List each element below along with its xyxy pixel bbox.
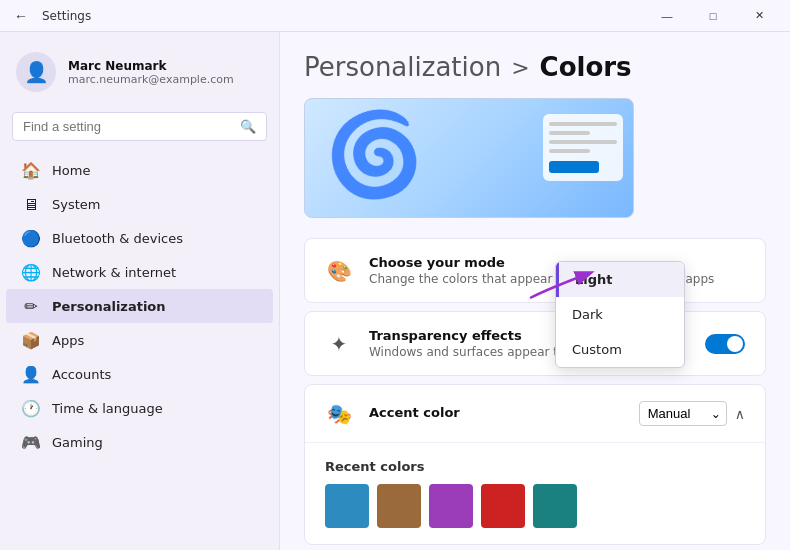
breadcrumb: Personalization > Colors <box>304 52 766 82</box>
accent-section: 🎭 Accent color Manual Automatic ∧ Recent… <box>304 384 766 545</box>
sidebar-item-label: Network & internet <box>52 265 176 280</box>
sidebar-item-bluetooth[interactable]: 🔵 Bluetooth & devices <box>6 221 273 255</box>
mock-line-2 <box>549 131 590 135</box>
sidebar-item-label: Bluetooth & devices <box>52 231 183 246</box>
sidebar-item-label: Time & language <box>52 401 163 416</box>
search-icon: 🔍 <box>240 119 256 134</box>
sidebar-item-label: System <box>52 197 100 212</box>
transparency-setting-card: ✦ Transparency effects Windows and surfa… <box>304 311 766 376</box>
titlebar-controls: — □ ✕ <box>644 0 782 32</box>
breadcrumb-separator: > <box>511 55 529 80</box>
color-swatches <box>325 484 745 528</box>
mock-line-1 <box>549 122 617 126</box>
transparency-icon: ✦ <box>325 332 353 356</box>
color-swatch-4[interactable] <box>533 484 577 528</box>
titlebar: ← Settings — □ ✕ <box>0 0 790 32</box>
minimize-button[interactable]: — <box>644 0 690 32</box>
preview-flower-decoration: 🌀 <box>312 98 438 217</box>
sidebar-item-label: Home <box>52 163 90 178</box>
accounts-icon: 👤 <box>22 365 40 383</box>
dropdown-item-light[interactable]: Light <box>556 262 684 297</box>
content-area: Personalization > Colors 🌀 🎨 Choose your… <box>280 32 790 550</box>
sidebar-item-label: Accounts <box>52 367 111 382</box>
user-name: Marc Neumark <box>68 59 234 73</box>
color-swatch-3[interactable] <box>481 484 525 528</box>
search-input[interactable] <box>23 119 232 134</box>
accent-title: Accent color <box>369 405 460 420</box>
sidebar-item-label: Gaming <box>52 435 103 450</box>
dropdown-item-custom[interactable]: Custom <box>556 332 684 367</box>
system-icon: 🖥 <box>22 195 40 213</box>
sidebar-item-gaming[interactable]: 🎮 Gaming <box>6 425 273 459</box>
network-icon: 🌐 <box>22 263 40 281</box>
transparency-toggle[interactable] <box>705 334 745 354</box>
mode-icon: 🎨 <box>325 259 353 283</box>
sidebar-item-apps[interactable]: 📦 Apps <box>6 323 273 357</box>
sidebar-item-network[interactable]: 🌐 Network & internet <box>6 255 273 289</box>
home-icon: 🏠 <box>22 161 40 179</box>
sidebar-item-accounts[interactable]: 👤 Accounts <box>6 357 273 391</box>
breadcrumb-parent: Personalization <box>304 52 501 82</box>
maximize-button[interactable]: □ <box>690 0 736 32</box>
accent-header: 🎭 Accent color Manual Automatic ∧ <box>305 385 765 443</box>
preview-image: 🌀 <box>304 98 634 218</box>
nav-list: 🏠 Home 🖥 System 🔵 Bluetooth & devices 🌐 … <box>0 153 279 459</box>
recent-colors-label: Recent colors <box>325 459 745 474</box>
mode-setting-card: 🎨 Choose your mode Change the colors tha… <box>304 238 766 303</box>
color-swatch-2[interactable] <box>429 484 473 528</box>
accent-collapse-icon[interactable]: ∧ <box>735 406 745 422</box>
accent-dropdown-wrapper[interactable]: Manual Automatic <box>639 401 727 426</box>
mock-button <box>549 161 599 173</box>
time-icon: 🕐 <box>22 399 40 417</box>
mock-line-3 <box>549 140 617 144</box>
accent-icon: 🎭 <box>325 402 353 426</box>
personalization-icon: ✏️ <box>22 297 40 315</box>
user-info: Marc Neumark marc.neumark@example.com <box>68 59 234 86</box>
accent-header-right: Manual Automatic ∧ <box>639 401 745 426</box>
sidebar: 👤 Marc Neumark marc.neumark@example.com … <box>0 32 280 550</box>
accent-dropdown[interactable]: Manual Automatic <box>639 401 727 426</box>
user-email: marc.neumark@example.com <box>68 73 234 86</box>
sidebar-item-personalization[interactable]: ✏️ Personalization <box>6 289 273 323</box>
gaming-icon: 🎮 <box>22 433 40 451</box>
dropdown-item-dark[interactable]: Dark <box>556 297 684 332</box>
breadcrumb-current: Colors <box>540 52 632 82</box>
sidebar-item-system[interactable]: 🖥 System <box>6 187 273 221</box>
avatar: 👤 <box>16 52 56 92</box>
sidebar-item-label: Apps <box>52 333 84 348</box>
back-button[interactable]: ← <box>8 4 34 28</box>
user-section: 👤 Marc Neumark marc.neumark@example.com <box>0 44 279 108</box>
close-button[interactable]: ✕ <box>736 0 782 32</box>
mock-line-4 <box>549 149 590 153</box>
sidebar-item-time[interactable]: 🕐 Time & language <box>6 391 273 425</box>
color-swatch-0[interactable] <box>325 484 369 528</box>
search-box[interactable]: 🔍 <box>12 112 267 141</box>
sidebar-item-home[interactable]: 🏠 Home <box>6 153 273 187</box>
app-body: 👤 Marc Neumark marc.neumark@example.com … <box>0 32 790 550</box>
accent-body: Recent colors <box>305 443 765 544</box>
apps-icon: 📦 <box>22 331 40 349</box>
bluetooth-icon: 🔵 <box>22 229 40 247</box>
sidebar-item-label: Personalization <box>52 299 166 314</box>
preview-sidebar-mock <box>543 114 623 181</box>
titlebar-left: ← Settings <box>8 4 91 28</box>
mode-dropdown-popup: Light Dark Custom <box>555 261 685 368</box>
titlebar-title: Settings <box>42 9 91 23</box>
color-swatch-1[interactable] <box>377 484 421 528</box>
